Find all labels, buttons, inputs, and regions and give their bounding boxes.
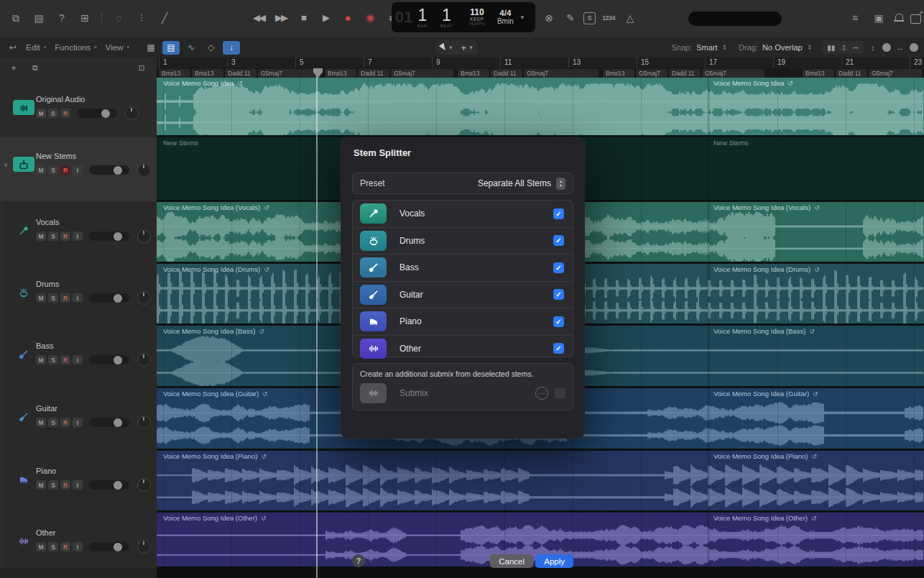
record-enable-button[interactable]: R <box>60 231 70 241</box>
command-tool-chevron-icon[interactable]: ▾ <box>469 44 473 51</box>
count-in-icon[interactable]: 1234 <box>600 9 617 27</box>
preset-value[interactable]: Separate All Stems <box>478 178 551 188</box>
volume-slider[interactable] <box>89 165 129 175</box>
mute-button[interactable]: M <box>36 293 46 303</box>
apply-button[interactable]: Apply <box>535 554 573 568</box>
lcd-display[interactable]: 01 1 BAR 1 BEAT 110 KEEP TEMPO 4/4 Bmin <box>392 2 535 32</box>
preset-stepper-icon[interactable]: ▴▾ <box>556 178 565 190</box>
playhead-line[interactable] <box>316 68 318 578</box>
stem-row-other[interactable]: Other✓ <box>353 335 573 362</box>
stem-checkbox[interactable]: ✓ <box>553 208 564 219</box>
input-monitor-button[interactable]: I <box>73 355 83 364</box>
stem-row-guitar[interactable]: Guitar✓ <box>353 281 573 308</box>
region-audio-6[interactable]: Voice Memo Song Idea (Piano)↺Voice Memo … <box>157 451 924 512</box>
mute-button[interactable]: M <box>36 165 46 175</box>
grid-toggle[interactable]: ▦ <box>142 41 160 55</box>
command-tool-icon[interactable]: + <box>461 42 467 53</box>
input-monitor-button[interactable]: I <box>73 165 83 175</box>
flex-toggle[interactable]: ◇ <box>203 41 220 55</box>
forward-button[interactable]: ▶▶ <box>272 9 290 26</box>
stem-checkbox[interactable]: ✓ <box>553 289 564 300</box>
solo-button[interactable]: S <box>48 542 58 551</box>
stem-row-bass[interactable]: Bass✓ <box>353 254 573 281</box>
record-enable-button[interactable]: R <box>60 418 70 427</box>
rewind-button[interactable]: ◀◀ <box>250 9 267 26</box>
bar-ruler[interactable]: 1357911131517192123 <box>157 58 924 68</box>
menu-view[interactable]: View▾ <box>101 37 134 58</box>
add-track-button[interactable]: + <box>6 60 22 75</box>
track-header-other[interactable]: OtherMSRI <box>0 513 157 568</box>
lcd-options-chevron-icon[interactable]: ▾ <box>521 14 525 21</box>
mute-button[interactable]: M <box>36 355 46 364</box>
time-signature[interactable]: 4/4 <box>497 9 514 17</box>
pointer-tool-icon[interactable] <box>439 43 448 52</box>
playhead-bar[interactable]: 1 <box>417 7 428 23</box>
record-enable-button[interactable]: R <box>60 355 70 364</box>
capture-button[interactable]: ◉ <box>361 9 379 26</box>
vertical-zoom-slider[interactable] <box>882 43 891 52</box>
stem-checkbox[interactable]: ✓ <box>553 235 564 246</box>
pan-knob[interactable] <box>137 416 151 429</box>
volume-slider[interactable] <box>89 231 129 241</box>
duplicate-track-button[interactable]: ⧉ <box>27 60 43 75</box>
automation-toggle[interactable]: ∿ <box>183 41 200 55</box>
track-header-piano[interactable]: PianoMSRI <box>0 451 157 512</box>
track-header-drums[interactable]: DrumsMSRI <box>0 264 157 325</box>
volume-slider[interactable] <box>89 355 129 364</box>
mute-button[interactable]: M <box>36 542 46 551</box>
help-button[interactable]: ? <box>352 554 365 567</box>
track-header-guitar[interactable]: GuitarMSRI <box>0 388 157 450</box>
help-icon[interactable]: ? <box>53 9 70 27</box>
disclosure-chevron-icon[interactable]: ∨ <box>0 161 11 168</box>
volume-slider[interactable] <box>89 542 129 551</box>
tempo-value[interactable]: 110 <box>468 9 486 17</box>
menu-functions[interactable]: Functions▾ <box>50 37 101 58</box>
vertical-auto-zoom-icon[interactable]: ⇳ <box>841 44 846 52</box>
preset-row[interactable]: Preset Separate All Stems ▴▾ <box>352 173 573 194</box>
record-button[interactable]: ● <box>339 9 356 26</box>
metronome-icon[interactable]: △ <box>622 9 639 27</box>
mute-button[interactable]: M <box>36 231 46 241</box>
waveform-zoom-icon[interactable]: ▮▮ <box>827 44 835 52</box>
media-browser-icon[interactable]: ⧉ <box>7 9 24 27</box>
pencil-icon[interactable]: ╱ <box>156 9 173 27</box>
stem-row-drums[interactable]: Drums✓ <box>353 227 573 254</box>
mixer-icon[interactable]: ▤ <box>30 9 47 27</box>
stem-row-piano[interactable]: Piano✓ <box>353 308 573 335</box>
pan-knob[interactable] <box>137 353 151 367</box>
menu-edit[interactable]: Edit▾ <box>22 37 50 58</box>
input-monitor-button[interactable]: I <box>73 542 83 551</box>
cancel-button[interactable]: Cancel <box>490 554 533 568</box>
record-enable-button[interactable]: R <box>60 480 70 490</box>
input-off-icon[interactable]: ⊗ <box>540 9 558 27</box>
track-header-new-stems[interactable]: ∨New StemsMSRI <box>0 137 157 201</box>
pan-knob[interactable] <box>137 229 151 243</box>
record-enable-button[interactable]: R <box>60 542 70 551</box>
volume-slider[interactable] <box>89 293 129 303</box>
vertical-zoom-slider-icon[interactable]: ↕ <box>868 39 878 56</box>
solo-icon[interactable]: S <box>583 12 596 24</box>
volume-slider[interactable] <box>89 480 129 490</box>
pointer-tool-chevron-icon[interactable]: ▾ <box>449 44 453 51</box>
display-icon[interactable]: ▣ <box>870 9 887 27</box>
pan-knob[interactable] <box>137 291 151 305</box>
stem-checkbox[interactable]: ✓ <box>553 343 564 354</box>
tuner-icon[interactable]: ◌ <box>110 9 127 27</box>
pan-knob[interactable] <box>137 163 151 177</box>
input-monitor-button[interactable]: I <box>73 231 83 241</box>
record-enable-button[interactable]: R <box>60 165 70 175</box>
pan-knob[interactable] <box>137 478 151 492</box>
solo-button[interactable]: S <box>48 355 58 364</box>
submix-more-icon[interactable]: ⋯ <box>535 387 548 400</box>
stem-row-vocals[interactable]: Vocals✓ <box>353 201 573 227</box>
play-button[interactable]: ▶ <box>317 9 334 26</box>
region-audio-0[interactable]: Voice Memo Song Idea↺Voice Memo Song Ide… <box>157 78 924 137</box>
share-icon[interactable] <box>910 14 921 24</box>
back-icon[interactable]: ↩ <box>4 39 22 56</box>
pan-knob[interactable] <box>125 106 139 120</box>
chord-track[interactable]: Bm♯13Bm♯13Dadd 11G5maj7Bm♯13Dadd 11G5maj… <box>157 68 924 78</box>
horizontal-zoom-slider[interactable] <box>910 43 918 52</box>
input-monitor-button[interactable]: I <box>73 480 83 490</box>
solo-button[interactable]: S <box>48 418 58 427</box>
track-header-options-button[interactable]: ⊡ <box>134 60 149 75</box>
